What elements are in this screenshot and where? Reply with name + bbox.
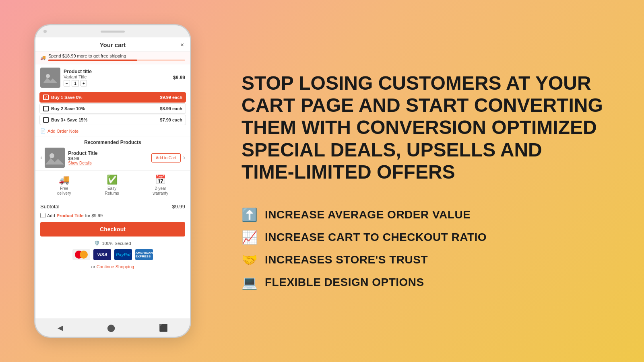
- add-order-note-label: Add Order Note: [47, 129, 78, 134]
- rec-add-to-cart-button[interactable]: Add to Cart: [151, 153, 181, 162]
- item-name: Product title: [64, 69, 170, 74]
- bundle-label-3: Buy 3+ Save 15%: [51, 117, 157, 122]
- qty-increase-button[interactable]: +: [80, 80, 87, 86]
- carousel-prev-button[interactable]: ‹: [40, 154, 42, 161]
- benefit-3-text: INCREASES STORE'S TRUST: [265, 253, 428, 266]
- home-button[interactable]: ⬤: [107, 323, 115, 332]
- recent-button[interactable]: ⬛: [159, 323, 168, 332]
- carousel-next-button[interactable]: ›: [183, 154, 185, 161]
- benefit-3-icon: 🤝: [242, 252, 258, 267]
- returns-icon: ✅: [107, 175, 118, 185]
- item-image: [40, 68, 60, 88]
- item-qty-control: − 1 +: [64, 80, 170, 86]
- recommended-item: Product Title $9.99 Show Details Add to …: [45, 148, 180, 168]
- benefits-list: ⬆️ INCREASE AVERAGE ORDER VALUE 📈 INCREA…: [242, 207, 616, 290]
- checkout-button[interactable]: Checkout: [40, 222, 185, 237]
- subtotal-addon: Add Product Title for $9.99: [35, 211, 190, 220]
- free-shipping-text: Spend $18.99 more to get free shipping: [48, 53, 185, 58]
- shipping-progress-fill: [48, 60, 137, 61]
- svg-rect-2: [45, 148, 65, 168]
- continue-shopping-link[interactable]: Continue Shopping: [97, 264, 134, 269]
- free-shipping-bar: 🚚 Spend $18.99 more to get free shipping: [35, 51, 190, 64]
- benefit-4: 💻 FLEXIBLE DESIGN OPTIONS: [242, 275, 616, 290]
- rec-item-info: Product Title $9.99 Show Details: [68, 150, 148, 165]
- addon-checkbox[interactable]: [40, 213, 45, 218]
- addon-text: Add: [47, 213, 55, 218]
- bundle-checkbox-3: [43, 117, 49, 123]
- delivery-text: Freedelivery: [57, 186, 71, 196]
- bundle-price-3: $7.99 each: [160, 117, 182, 122]
- continue-shopping: or Continue Shopping: [35, 263, 190, 272]
- mastercard-icon: [72, 249, 90, 260]
- phone-bottom-bar: ◀ ⬤ ⬛: [35, 319, 190, 337]
- warranty-icon: 📅: [155, 175, 166, 185]
- rec-item-details-link[interactable]: Show Details: [68, 161, 148, 165]
- truck-icon: 🚚: [40, 55, 46, 60]
- rec-item-price: $9.99: [68, 156, 148, 161]
- bundle-checkbox-1: ✓: [43, 95, 49, 100]
- amex-icon: AMERICANEXPRESS: [135, 249, 153, 260]
- benefit-2: 📈 INCREASE CART TO CHECKOUT RATIO: [242, 230, 616, 245]
- benefit-1-icon: ⬆️: [242, 207, 258, 222]
- benefit-4-icon: 💻: [242, 275, 258, 290]
- recommended-carousel: ‹ Product Title: [40, 148, 185, 168]
- svg-point-1: [46, 74, 50, 78]
- phone-mockup: Your cart × 🚚 Spend $18.99 more to get f…: [34, 24, 191, 338]
- bundle-option-3[interactable]: Buy 3+ Save 15% $7.99 each: [39, 115, 186, 125]
- status-bar: [35, 25, 190, 37]
- item-variant: Variant Title: [64, 74, 170, 79]
- back-button[interactable]: ◀: [58, 323, 63, 332]
- secured-text: 100% Secured: [102, 241, 131, 246]
- marketing-area: STOP LOSING CUSTOMERS AT YOUR CART PAGE …: [225, 48, 644, 314]
- bundle-checkbox-2: [43, 106, 49, 111]
- badge-free-delivery: 🚚 Freedelivery: [57, 175, 71, 196]
- add-order-note-button[interactable]: 📄 Add Order Note: [35, 126, 190, 136]
- benefit-2-text: INCREASE CART TO CHECKOUT RATIO: [265, 231, 487, 244]
- status-circle: [43, 30, 47, 33]
- subtotal-label: Subtotal: [40, 204, 60, 210]
- warranty-text: 2-yearwarranty: [153, 186, 168, 196]
- paypal-icon: PayPal: [114, 249, 132, 260]
- recommended-section: Recommended Products ‹: [35, 136, 190, 171]
- addon-price: for $9.99: [85, 213, 103, 218]
- benefit-2-icon: 📈: [242, 230, 258, 245]
- subtotal-row: Subtotal $9.99: [35, 200, 190, 211]
- qty-value: 1: [72, 80, 79, 86]
- cart-header: Your cart ×: [35, 37, 190, 51]
- benefit-4-text: FLEXIBLE DESIGN OPTIONS: [265, 276, 424, 289]
- bundle-label-1: Buy 1 Save 0%: [51, 95, 157, 100]
- cart-title: Your cart: [100, 41, 126, 48]
- main-layout: Your cart × 🚚 Spend $18.99 more to get f…: [0, 0, 644, 362]
- recommended-title: Recommended Products: [40, 140, 185, 145]
- addon-product-name: Product Title: [57, 213, 84, 218]
- returns-text: EasyReturns: [105, 186, 119, 196]
- shipping-progress-bar: [48, 60, 185, 61]
- shield-icon: 🛡️: [94, 241, 100, 246]
- svg-point-3: [50, 153, 54, 158]
- phone-area: Your cart × 🚚 Spend $18.99 more to get f…: [0, 0, 225, 362]
- payment-icons: VISA PayPal AMERICANEXPRESS: [35, 247, 190, 263]
- visa-icon: VISA: [93, 249, 111, 260]
- rec-item-title: Product Title: [68, 150, 148, 156]
- phone-screen: Your cart × 🚚 Spend $18.99 more to get f…: [35, 37, 190, 319]
- cart-scroll-area[interactable]: Product title Variant Title − 1 + $9.99: [35, 64, 190, 319]
- bundle-price-2: $8.99 each: [160, 106, 182, 111]
- bundle-option-2[interactable]: Buy 2 Save 10% $8.99 each: [39, 103, 186, 114]
- qty-decrease-button[interactable]: −: [64, 80, 70, 86]
- note-icon: 📄: [40, 128, 46, 134]
- marketing-headline: STOP LOSING CUSTOMERS AT YOUR CART PAGE …: [242, 72, 616, 183]
- delivery-icon: 🚚: [59, 175, 70, 185]
- cart-item: Product title Variant Title − 1 + $9.99: [35, 64, 190, 91]
- badge-warranty: 📅 2-yearwarranty: [153, 175, 168, 196]
- item-info: Product title Variant Title − 1 +: [64, 69, 170, 86]
- mc-right-circle: [80, 251, 88, 259]
- bundle-price-1: $9.99 each: [160, 95, 182, 100]
- item-price: $9.99: [173, 75, 185, 80]
- bundle-label-2: Buy 2 Save 10%: [51, 106, 157, 111]
- cart-close-button[interactable]: ×: [180, 41, 184, 49]
- subtotal-value: $9.99: [172, 204, 185, 210]
- rec-item-image: [45, 148, 65, 168]
- secured-row: 🛡️ 100% Secured: [35, 239, 190, 247]
- benefit-1-text: INCREASE AVERAGE ORDER VALUE: [265, 208, 471, 221]
- bundle-option-1[interactable]: ✓ Buy 1 Save 0% $9.99 each: [39, 92, 186, 103]
